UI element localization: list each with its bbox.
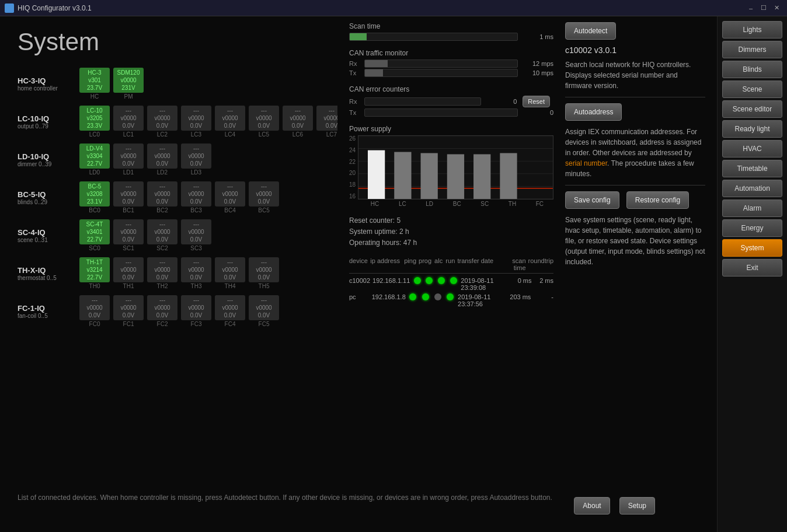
chip-val: 0.0V — [217, 312, 243, 319]
sidebar-item-hvac[interactable]: HVAC — [722, 140, 782, 158]
chip-label: --- — [149, 145, 175, 152]
chip-val: 0.0V — [183, 236, 209, 243]
chip-tag: TH5 — [259, 283, 270, 289]
device-chip[interactable]: --- v0000 0.0V TH2 — [147, 257, 177, 289]
chip-val: 22.7V — [82, 274, 107, 281]
device-chip[interactable]: --- v0000 0.0V BC4 — [215, 181, 245, 214]
sidebar-item-alarm[interactable]: Alarm — [722, 200, 782, 217]
device-chip[interactable]: --- v0000 0.0V BC3 — [181, 181, 211, 214]
device-chip[interactable]: --- v0000 0.0V LD2 — [147, 144, 177, 176]
reset-button[interactable]: Reset — [523, 96, 550, 107]
sidebar-item-scene-editor[interactable]: Scene editor — [722, 100, 782, 118]
device-chip[interactable]: --- v0000 0.0V SC3 — [181, 219, 211, 251]
chip-val: 0.0V — [183, 160, 209, 167]
chip-label: --- — [319, 107, 337, 114]
can-rx-bar — [365, 60, 388, 67]
minimize-button[interactable]: – — [745, 2, 757, 14]
chip-val: 0.0V — [285, 122, 311, 130]
device-chip[interactable]: --- v0000 0.0V LC1 — [113, 106, 144, 138]
sidebar-item-scene[interactable]: Scene — [722, 80, 782, 98]
autodetect-button[interactable]: Autodetect — [565, 22, 616, 40]
app-title: HIQ Configurator v3.0.1 — [18, 4, 744, 12]
device-chip[interactable]: --- v0000 0.0V TH1 — [113, 257, 144, 289]
chip-tag: FC2 — [157, 321, 168, 327]
maximize-button[interactable]: ☐ — [758, 2, 769, 14]
chip-ver: v0000 — [183, 266, 209, 274]
autodetect-area: Autodetect — [565, 22, 705, 40]
device-chip[interactable]: --- v0000 0.0V SC2 — [147, 219, 177, 251]
device-chip[interactable]: --- v0000 0.0V BC5 — [249, 181, 279, 214]
device-chip[interactable]: --- v0000 0.0V FC4 — [215, 295, 245, 327]
device-chip[interactable]: --- v0000 0.0V FC5 — [249, 295, 279, 327]
device-chip[interactable]: --- v0000 0.0V LC2 — [147, 106, 177, 138]
device-chip[interactable]: LD-V4 v3304 22.7V LD0 — [79, 144, 110, 176]
table-row: c10002 192.168.1.11 2019-08-11 23:39:08 … — [349, 276, 553, 292]
device-chip[interactable]: --- v0000 0.0V TH5 — [249, 257, 279, 289]
row-prog — [420, 293, 430, 307]
chip-label: --- — [217, 107, 243, 114]
sidebar-item-timetable[interactable]: Timetable — [722, 160, 782, 177]
device-chip[interactable]: --- v0000 0.0V BC2 — [147, 181, 177, 214]
save-config-button[interactable]: Save config — [565, 191, 619, 209]
device-chip[interactable]: SC-4T v3401 22.7V SC0 — [79, 219, 110, 251]
device-chip[interactable]: SDM120 v0000 231V PM — [113, 68, 144, 100]
sidebar-item-automation[interactable]: Automation — [722, 180, 782, 197]
chip-box: --- v0000 0.0V — [316, 106, 337, 131]
titlebar: HIQ Configurator v3.0.1 – ☐ ✕ — [0, 0, 787, 16]
device-chip[interactable]: --- v0000 0.0V FC1 — [113, 295, 144, 327]
row-transfer: 2019-08-11 23:37:56 — [458, 293, 505, 307]
sidebar-item-blinds[interactable]: Blinds — [722, 61, 782, 78]
device-sub: blinds 0..29 — [18, 199, 76, 205]
device-chip[interactable]: --- v0000 0.0V LD1 — [113, 144, 144, 176]
chip-box: --- v0000 0.0V — [147, 106, 177, 131]
setup-button[interactable]: Setup — [619, 497, 655, 514]
col-scan: scan time — [504, 257, 526, 271]
chip-box: --- v0000 0.0V — [181, 219, 211, 244]
device-sub: thermostat 0..5 — [18, 275, 76, 281]
device-chip[interactable]: --- v0000 0.0V FC3 — [181, 295, 211, 327]
row-roundtrip: - — [533, 293, 553, 307]
sidebar-item-ready-light[interactable]: Ready light — [722, 120, 782, 138]
status-led — [438, 277, 445, 284]
can-tx-bar-container — [364, 69, 518, 77]
device-chip[interactable]: --- v0000 0.0V FC0 — [79, 295, 110, 327]
device-chip[interactable]: --- v0000 0.0V LD3 — [181, 144, 211, 176]
device-chip[interactable]: --- v0000 0.0V TH3 — [181, 257, 211, 289]
device-chip[interactable]: --- v0000 0.0V LC5 — [249, 106, 279, 138]
chip-box: --- v0000 0.0V — [215, 257, 245, 282]
device-chip[interactable]: --- v0000 0.0V LC4 — [215, 106, 245, 138]
chip-tag: TH2 — [157, 283, 168, 289]
device-chip[interactable]: --- v0000 0.0V BC1 — [113, 181, 144, 214]
device-chip[interactable]: --- v0000 0.0V LC7 — [316, 106, 337, 138]
device-chip[interactable]: --- v0000 0.0V SC1 — [113, 219, 144, 251]
device-chip[interactable]: BC-5 v3208 23.1V BC0 — [79, 181, 110, 214]
chip-tag: LC7 — [326, 131, 337, 138]
restore-config-button[interactable]: Restore config — [626, 191, 689, 209]
chip-label: --- — [149, 258, 175, 266]
chip-val: 0.0V — [217, 274, 243, 281]
sidebar-item-system[interactable]: System — [722, 239, 782, 257]
device-chip[interactable]: TH-1T v3214 22.7V TH0 — [79, 257, 110, 289]
sidebar-item-lights[interactable]: Lights — [722, 21, 782, 38]
chip-box: --- v0000 0.0V — [147, 295, 177, 320]
sidebar-item-exit[interactable]: Exit — [722, 259, 782, 276]
err-tx-bar-container — [364, 108, 518, 117]
chip-tag: BC2 — [156, 207, 168, 214]
device-chip[interactable]: --- v0000 0.0V LC3 — [181, 106, 211, 138]
can-traffic-section: CAN traffic monitor Rx 12 mps Tx 10 mps — [349, 49, 553, 77]
sidebar-item-dimmers[interactable]: Dimmers — [722, 41, 782, 58]
device-chip[interactable]: --- v0000 0.0V FC2 — [147, 295, 177, 327]
close-button[interactable]: ✕ — [771, 2, 782, 14]
chip-ver: v0000 — [285, 114, 311, 122]
chip-tag: BC3 — [190, 207, 201, 214]
about-button[interactable]: About — [574, 497, 610, 514]
chip-box: --- v0000 0.0V — [181, 295, 211, 320]
chip-val: 0.0V — [251, 198, 277, 205]
device-chip[interactable]: HC-3 v301 23.7V HC — [79, 68, 110, 100]
device-chip[interactable]: --- v0000 0.0V TH4 — [215, 257, 245, 289]
device-chip[interactable]: --- v0000 0.0V LC6 — [283, 106, 313, 138]
autoaddress-button[interactable]: Autoaddress — [565, 103, 622, 121]
device-chip[interactable]: LC-10 v3205 23.3V LC0 — [79, 106, 110, 138]
device-row: LD-10-IQdimmer 0..39 LD-V4 v3304 22.7V L… — [18, 144, 320, 176]
sidebar-item-energy[interactable]: Energy — [722, 219, 782, 237]
